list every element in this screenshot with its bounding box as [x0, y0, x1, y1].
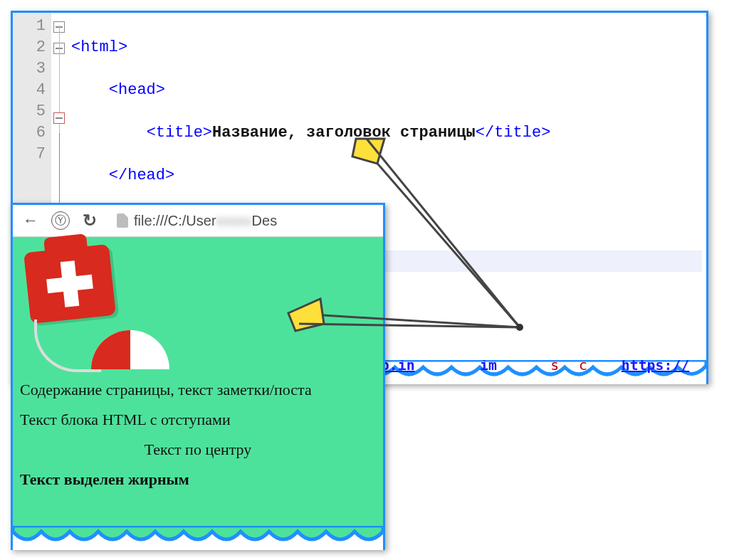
- code-token: html: [80, 38, 118, 56]
- line-number: 6: [21, 122, 46, 144]
- line-number: 4: [21, 80, 46, 101]
- line-number: 3: [21, 58, 46, 80]
- browser-toolbar: ← Ⓨ ↻ file:///C:/UserxxxxxDes: [13, 205, 383, 237]
- url-fragment: Des: [252, 213, 278, 228]
- page-icon: [117, 213, 128, 228]
- page-paragraph: Текст по центру: [20, 440, 376, 459]
- code-fragment: p.in: [381, 360, 415, 374]
- url-fragment: file:///C:/User: [134, 213, 216, 228]
- code-token: head: [127, 167, 165, 184]
- code-token: </: [476, 124, 494, 142]
- code-token: title: [156, 124, 203, 142]
- yandex-logo-icon[interactable]: Ⓨ: [51, 211, 70, 230]
- browser-preview-panel: ← Ⓨ ↻ file:///C:/UserxxxxxDes Содержание…: [11, 203, 385, 550]
- page-paragraph: Содержание страницы, текст заметки/поста: [20, 381, 376, 399]
- medkit-icon: [23, 244, 116, 324]
- code-token: >: [118, 38, 127, 56]
- code-token: head: [118, 81, 156, 99]
- fold-toggle-icon[interactable]: [53, 112, 65, 124]
- code-token: </: [109, 167, 127, 184]
- rendered-page: Содержание страницы, текст заметки/поста…: [13, 237, 383, 526]
- page-paragraph: Текст блока HTML с отступами: [20, 411, 376, 429]
- url-blurred: xxxxx: [216, 213, 252, 228]
- line-number: 1: [21, 16, 46, 37]
- code-token: >: [165, 167, 174, 184]
- reload-icon[interactable]: ↻: [83, 211, 97, 231]
- code-fragment: https://: [622, 360, 690, 374]
- code-token: title: [494, 124, 541, 142]
- line-number: 5: [21, 101, 46, 122]
- line-number: 2: [21, 37, 46, 58]
- page-logo: [20, 241, 177, 369]
- code-token: >: [203, 124, 212, 142]
- line-number: 7: [21, 144, 46, 165]
- mouse-icon: [91, 330, 169, 369]
- torn-edge: [13, 526, 383, 550]
- address-bar[interactable]: file:///C:/UserxxxxxDes: [110, 211, 284, 231]
- code-fragment: im: [480, 360, 497, 374]
- code-token: <: [147, 124, 156, 142]
- code-fragment: s: [550, 360, 559, 374]
- page-paragraph-bold: Текст выделен жирным: [20, 470, 376, 489]
- code-token: >: [541, 124, 550, 142]
- code-fragment: c: [579, 360, 587, 374]
- code-token: >: [156, 81, 165, 99]
- code-token: <: [109, 81, 118, 99]
- code-title-text: Название, заголовок страницы: [212, 124, 476, 142]
- back-icon[interactable]: ←: [23, 211, 38, 230]
- code-token: <: [71, 38, 80, 56]
- url-text: file:///C:/UserxxxxxDes: [134, 213, 277, 229]
